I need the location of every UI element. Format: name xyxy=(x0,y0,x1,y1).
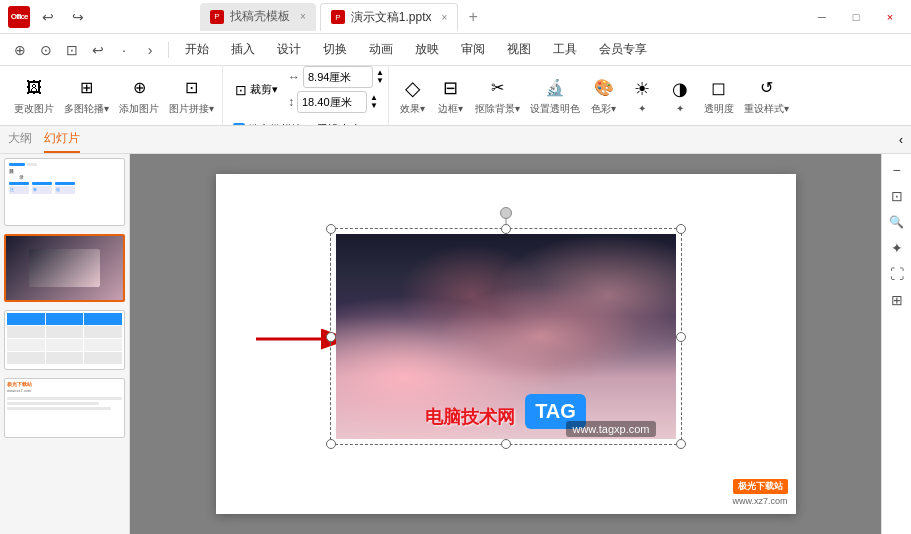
add-tab-button[interactable]: + xyxy=(462,8,483,26)
menu-design[interactable]: 设计 xyxy=(267,37,311,62)
handle-mid-left[interactable] xyxy=(326,332,336,342)
slide-thumb-2[interactable] xyxy=(4,234,125,302)
rt-image2-button[interactable]: ⊞ xyxy=(885,288,909,312)
handle-bottom-right[interactable] xyxy=(676,439,686,449)
menu-slideshow[interactable]: 放映 xyxy=(405,37,449,62)
quick-access-5[interactable]: · xyxy=(112,38,136,62)
slide-2-content xyxy=(6,236,123,300)
border-button[interactable]: ⊟ 边框▾ xyxy=(433,70,469,122)
quick-access-2[interactable]: ⊙ xyxy=(34,38,58,62)
handle-top-right[interactable] xyxy=(676,224,686,234)
undo-button[interactable]: ↩ xyxy=(36,5,60,29)
color-button[interactable]: 🎨 色彩▾ xyxy=(586,70,622,122)
remove-bg-icon: ✂ xyxy=(485,76,509,100)
width-icon: ↔ xyxy=(288,70,300,84)
handle-bottom-center[interactable] xyxy=(501,439,511,449)
change-image-button[interactable]: 🖼 更改图片 xyxy=(10,70,58,122)
effect-icon: ◇ xyxy=(401,76,425,100)
size-inputs: ↔ ▲ ▼ ↕ ▲ ▼ xyxy=(288,66,384,113)
effect-button[interactable]: ◇ 效果▾ xyxy=(395,70,431,122)
slide-image-container[interactable]: 电脑技术网 TAG www.tagxp.com xyxy=(336,234,676,439)
close-button[interactable]: × xyxy=(877,6,903,28)
maximize-button[interactable]: □ xyxy=(843,6,869,28)
quick-access-1[interactable]: ⊕ xyxy=(8,38,32,62)
rt-crop-button[interactable]: ⊡ xyxy=(885,184,909,208)
reset-style-label: 重设样式▾ xyxy=(744,102,789,116)
remove-bg-button[interactable]: ✂ 抠除背景▾ xyxy=(471,70,524,122)
tab-close-pres[interactable]: × xyxy=(442,12,448,23)
slide-2-image xyxy=(29,249,99,287)
tab-icon-pres: P xyxy=(331,10,345,24)
tab-close-find[interactable]: × xyxy=(300,11,306,22)
quick-access-3[interactable]: ⊡ xyxy=(60,38,84,62)
add-image-button[interactable]: ⊕ 添加图片 xyxy=(115,70,163,122)
slide-thumb-3[interactable] xyxy=(4,310,125,370)
handle-top-left[interactable] xyxy=(326,224,336,234)
reset-style-button[interactable]: ↺ 重设样式▾ xyxy=(740,70,793,122)
tab-find-template[interactable]: P 找稿壳模板 × xyxy=(200,3,316,31)
watermark-text: 电脑技术网 xyxy=(425,405,515,429)
menu-animation[interactable]: 动画 xyxy=(359,37,403,62)
handle-bottom-left[interactable] xyxy=(326,439,336,449)
brightness-icon: ☀ xyxy=(630,77,654,101)
main-area: 目 录 注 释 说 xyxy=(0,154,911,534)
brand-url: www.xz7.com xyxy=(732,496,787,506)
width-input[interactable] xyxy=(303,66,373,88)
picture-toolbar: 🖼 更改图片 ⊞ 多图轮播▾ ⊕ 添加图片 ⊡ 图片拼接▾ ⊡ 裁剪▾ ↔ xyxy=(0,66,911,126)
change-image-label: 更改图片 xyxy=(14,102,54,116)
rt-magic-button[interactable]: ✦ xyxy=(885,236,909,260)
menu-review[interactable]: 审阅 xyxy=(451,37,495,62)
toolbar-section-crop: ⊡ 裁剪▾ ↔ ▲ ▼ ↕ xyxy=(225,66,389,125)
multi-slide-icon: ⊞ xyxy=(75,76,99,100)
contrast-icon: ◑ xyxy=(668,77,692,101)
tab-label-find: 找稿壳模板 xyxy=(230,8,290,25)
slide-thumb-1[interactable]: 目 录 注 释 说 xyxy=(4,158,125,226)
outline-tab[interactable]: 大纲 xyxy=(8,126,32,153)
redo-button[interactable]: ↪ xyxy=(66,5,90,29)
contrast-button[interactable]: ◑ ✦ xyxy=(662,70,698,122)
menu-insert[interactable]: 插入 xyxy=(221,37,265,62)
slide-image: 电脑技术网 TAG www.tagxp.com xyxy=(336,234,676,439)
rt-zoom-button[interactable]: 🔍 xyxy=(885,210,909,234)
transparency-button[interactable]: ◻ 透明度 xyxy=(700,70,738,122)
quick-access-4[interactable]: ↩ xyxy=(86,38,110,62)
rt-minus-button[interactable]: − xyxy=(885,158,909,182)
rotate-handle[interactable] xyxy=(500,207,512,219)
handle-top-center[interactable] xyxy=(501,224,511,234)
crop-button[interactable]: ⊡ 裁剪▾ xyxy=(229,78,284,102)
slide-thumb-4[interactable]: 极光下载站 www.xz7.com xyxy=(4,378,125,438)
rt-expand-button[interactable]: ⛶ xyxy=(885,262,909,286)
effect-label: 效果▾ xyxy=(400,102,425,116)
set-transparent-label: 设置透明色 xyxy=(530,102,580,116)
minimize-button[interactable]: ─ xyxy=(809,6,835,28)
reset-size-button[interactable]: 重设大小 xyxy=(311,117,367,126)
title-bar-tabs: P 找稿壳模板 × P 演示文稿1.pptx × + xyxy=(200,3,801,31)
collapse-sidebar-button[interactable]: ‹ xyxy=(899,133,903,147)
menu-tools[interactable]: 工具 xyxy=(543,37,587,62)
add-image-label: 添加图片 xyxy=(119,102,159,116)
quick-access-arrow[interactable]: › xyxy=(138,38,162,62)
menu-member[interactable]: 会员专享 xyxy=(589,37,657,62)
image-mosaic-button[interactable]: ⊡ 图片拼接▾ xyxy=(165,70,218,122)
slides-tab[interactable]: 幻灯片 xyxy=(44,126,80,153)
slide-panel: 目 录 注 释 说 xyxy=(0,154,130,534)
menu-start[interactable]: 开始 xyxy=(175,37,219,62)
height-spinner[interactable]: ▲ ▼ xyxy=(370,94,378,110)
menu-transition[interactable]: 切换 xyxy=(313,37,357,62)
height-icon: ↕ xyxy=(288,95,294,109)
height-input[interactable] xyxy=(297,91,367,113)
title-bar-right: ─ □ × xyxy=(801,6,911,28)
tab-label-pres: 演示文稿1.pptx xyxy=(351,9,432,26)
set-transparent-button[interactable]: 🔬 设置透明色 xyxy=(526,70,584,122)
slide-bottom-branding: 极光下载站 www.xz7.com xyxy=(732,479,787,506)
crop-icon: ⊡ xyxy=(235,82,247,98)
watermark-url: www.tagxp.com xyxy=(566,421,655,437)
multi-slide-button[interactable]: ⊞ 多图轮播▾ xyxy=(60,70,113,122)
width-spinner[interactable]: ▲ ▼ xyxy=(376,69,384,85)
handle-mid-right[interactable] xyxy=(676,332,686,342)
brightness-button[interactable]: ☀ ✦ xyxy=(624,70,660,122)
tab-presentation[interactable]: P 演示文稿1.pptx × xyxy=(320,3,459,31)
menu-sep-1 xyxy=(168,42,169,58)
crop-label: 裁剪▾ xyxy=(250,82,278,97)
menu-view[interactable]: 视图 xyxy=(497,37,541,62)
